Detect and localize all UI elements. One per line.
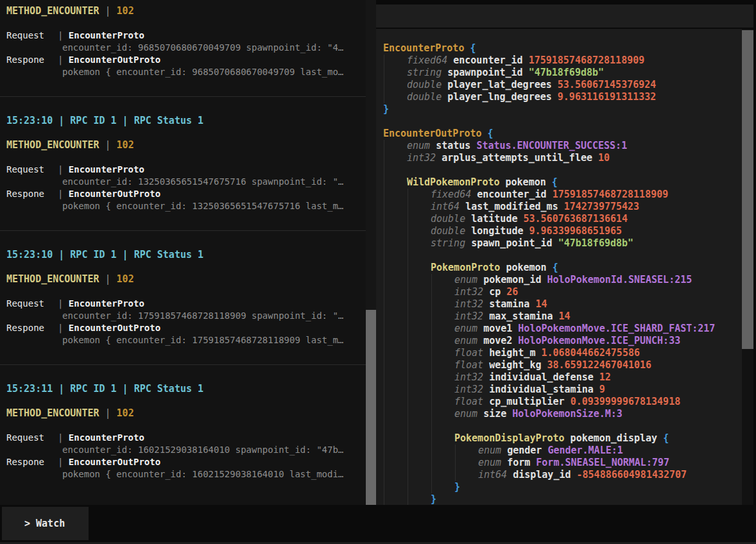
field-value: HoloPokemonMove.ICE_PUNCH:33 bbox=[518, 335, 680, 346]
request-line: Request| EncounterProto bbox=[6, 30, 376, 42]
method-line: METHOD_ENCOUNTER | 102 bbox=[6, 5, 376, 17]
proto-field: int32 individual_defense 12 bbox=[454, 371, 753, 384]
proto-field: float height_m 1.068044662475586 bbox=[454, 347, 753, 359]
proto-close: } bbox=[454, 481, 753, 493]
close-brace: } bbox=[431, 493, 436, 505]
proto-field: enum pokemon_id HoloPokemonId.SNEASEL:21… bbox=[454, 274, 753, 286]
proto-body: fixed64 encounter_id 1759185746872811890… bbox=[384, 55, 753, 103]
proto-field: int32 arplus_attempts_until_flee 10 bbox=[407, 152, 753, 164]
log-scrollbar-thumb[interactable] bbox=[366, 310, 376, 505]
proto-field: enum size HoloPokemonSize.M:3 bbox=[454, 408, 753, 420]
proto-field: float weight_kg 38.659122467041016 bbox=[454, 359, 753, 371]
proto-field: int32 cp 26 bbox=[454, 286, 753, 298]
response-preview: pokemon { encounter_id: 1759185746872811… bbox=[62, 334, 376, 346]
request-proto-name: EncounterProto bbox=[69, 30, 144, 40]
proto-field: enum status Status.ENCOUNTER_SUCCESS:1 bbox=[407, 140, 753, 152]
log-timestamp: 15:23:11 | RPC ID 1 | RPC Status 1 bbox=[6, 383, 376, 395]
method-name: METHOD_ENCOUNTER bbox=[6, 139, 99, 151]
proto-field: double player_lat_degrees 53.56067145376… bbox=[407, 79, 753, 91]
log-entry[interactable]: 15:23:11 | RPC ID 1 | RPC Status 1METHOD… bbox=[0, 364, 376, 498]
field-value: 10 bbox=[598, 152, 610, 164]
field-value: 17591857468728118909 bbox=[529, 55, 645, 66]
field-value: 53.560763687136614 bbox=[524, 213, 628, 225]
method-line: METHOD_ENCOUNTER | 102 bbox=[6, 273, 376, 285]
proto-field: double latitude 53.560763687136614 bbox=[431, 213, 753, 225]
watch-button[interactable]: > Watch bbox=[2, 507, 89, 540]
field-value: 26 bbox=[506, 286, 518, 298]
field-value: 14 bbox=[559, 310, 571, 322]
method-line: METHOD_ENCOUNTER | 102 bbox=[6, 407, 376, 420]
field-value: HoloPokemonId.SNEASEL:215 bbox=[547, 274, 692, 285]
proto-body: enum pokemon_id HoloPokemonId.SNEASEL:21… bbox=[431, 274, 753, 493]
proto-type-name: PokemonDisplayProto bbox=[454, 432, 565, 444]
field-value: 14 bbox=[535, 298, 547, 310]
field-value: 38.659122467041016 bbox=[547, 359, 652, 371]
proto-header: WildPokemonProto pokemon { bbox=[407, 176, 753, 189]
proto-detail-view: EncounterProto {fixed64 encounter_id 175… bbox=[376, 29, 753, 505]
method-line: METHOD_ENCOUNTER | 102 bbox=[6, 139, 376, 151]
method-name: METHOD_ENCOUNTER bbox=[6, 273, 99, 285]
proto-field: int32 individual_stamina 9 bbox=[454, 384, 753, 396]
response-proto-name: EncounterOutProto bbox=[69, 457, 160, 467]
request-preview: encounter_id: 16021529038164010 spawnpoi… bbox=[62, 444, 376, 456]
proto-field: int32 stamina 14 bbox=[454, 298, 753, 310]
request-preview: encounter_id: 13250365651547675716 spawn… bbox=[62, 176, 376, 188]
open-brace: { bbox=[470, 42, 476, 54]
method-id: 102 bbox=[117, 273, 134, 285]
proto-field: enum form Form.SNEASEL_NORMAL:797 bbox=[478, 457, 753, 469]
open-brace: { bbox=[552, 176, 558, 188]
proto-field: int64 last_modified_ms 1742739775423 bbox=[431, 201, 753, 213]
request-proto-name: EncounterProto bbox=[69, 164, 144, 174]
field-value: 17591857468728118909 bbox=[553, 189, 669, 200]
response-proto-name: EncounterOutProto bbox=[69, 55, 160, 65]
open-brace: { bbox=[663, 432, 669, 444]
proto-header: PokemonProto pokemon { bbox=[431, 262, 753, 274]
method-name: METHOD_ENCOUNTER bbox=[6, 407, 99, 419]
log-entry[interactable]: METHOD_ENCOUNTER | 102Request| Encounter… bbox=[0, 0, 376, 96]
field-value: "47b18f69d8b" bbox=[558, 237, 633, 249]
field-value: "47b18f69d8b" bbox=[529, 67, 604, 78]
proto-field: int64 display_id -854886604981432707 bbox=[478, 469, 753, 481]
response-line: Respone| EncounterOutProto bbox=[6, 188, 376, 200]
proto-field: enum move2 HoloPokemonMove.ICE_PUNCH:33 bbox=[454, 335, 753, 347]
proto-body: enum gender Gender.MALE:1enum form Form.… bbox=[455, 445, 753, 481]
request-proto-name: EncounterProto bbox=[69, 298, 144, 309]
field-value: Status.ENCOUNTER_SUCCESS:1 bbox=[476, 140, 627, 151]
close-brace: } bbox=[454, 481, 460, 493]
proto-field: enum move1 HoloPokemonMove.ICE_SHARD_FAS… bbox=[454, 323, 753, 335]
open-brace: { bbox=[488, 128, 494, 139]
rpc-log-panel: METHOD_ENCOUNTER | 102Request| Encounter… bbox=[0, 0, 376, 505]
response-proto-name: EncounterOutProto bbox=[69, 189, 160, 199]
method-id: 102 bbox=[117, 5, 134, 17]
proto-type-name: EncounterOutProto bbox=[383, 128, 482, 139]
close-brace: } bbox=[383, 103, 389, 115]
field-value: 9 bbox=[599, 384, 605, 395]
field-value: Gender.MALE:1 bbox=[547, 445, 623, 456]
method-name: METHOD_ENCOUNTER bbox=[6, 5, 99, 17]
detail-scrollbar-thumb[interactable] bbox=[742, 30, 753, 349]
field-value: HoloPokemonMove.ICE_SHARD_FAST:217 bbox=[518, 323, 715, 334]
log-entry[interactable]: 15:23:10 | RPC ID 1 | RPC Status 1METHOD… bbox=[0, 96, 376, 230]
request-preview: encounter_id: 9685070680670049709 spawnp… bbox=[62, 42, 376, 54]
proto-type-name: WildPokemonProto bbox=[407, 176, 500, 188]
field-value: 0.09399999678134918 bbox=[571, 396, 681, 407]
proto-field: fixed64 encounter_id 1759185746872811890… bbox=[407, 55, 753, 67]
request-preview: encounter_id: 17591857468728118909 spawn… bbox=[62, 310, 376, 322]
log-timestamp: 15:23:10 | RPC ID 1 | RPC Status 1 bbox=[6, 115, 376, 127]
proto-var-name: pokemon_display bbox=[565, 432, 658, 444]
log-list: METHOD_ENCOUNTER | 102Request| Encounter… bbox=[0, 0, 376, 498]
proto-close: } bbox=[383, 103, 753, 115]
response-line: Respone| EncounterOutProto bbox=[6, 456, 376, 468]
field-value: HoloPokemonSize.M:3 bbox=[512, 408, 623, 420]
proto-field: string spawn_point_id "47b18f69d8b" bbox=[431, 237, 753, 250]
proto-var-name: pokemon bbox=[500, 176, 546, 188]
method-id: 102 bbox=[117, 407, 134, 419]
proto-field: string spawnpoint_id "47b18f69d8b" bbox=[407, 67, 753, 79]
field-value: 1.068044662475586 bbox=[541, 347, 640, 359]
response-preview: pokemon { encounter_id: 9685070680670049… bbox=[62, 66, 376, 78]
log-entry[interactable]: 15:23:10 | RPC ID 1 | RPC Status 1METHOD… bbox=[0, 230, 376, 364]
field-value: -854886604981432707 bbox=[577, 469, 687, 480]
field-value: 9.96339968651965 bbox=[529, 225, 623, 237]
request-line: Request| EncounterProto bbox=[6, 298, 376, 310]
field-value: 53.56067145376924 bbox=[558, 79, 657, 90]
